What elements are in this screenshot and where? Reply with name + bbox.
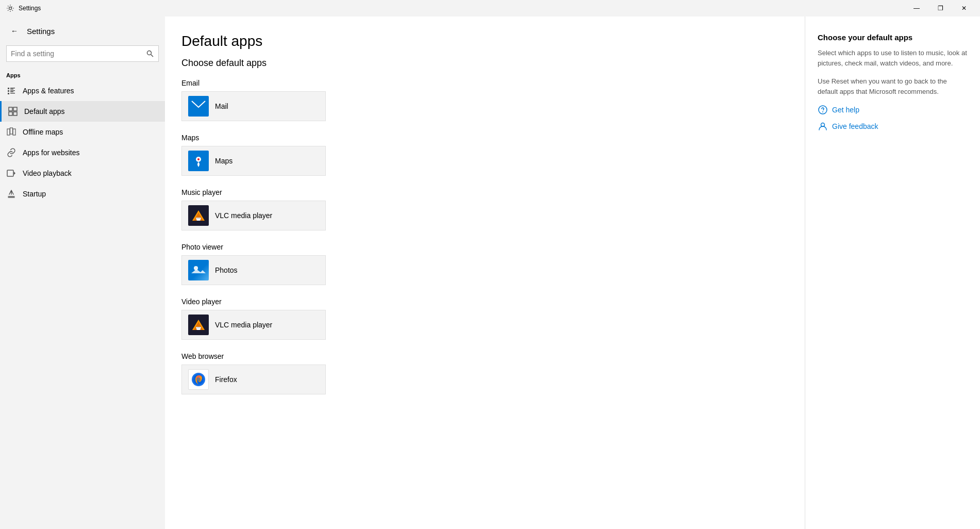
svg-point-39 xyxy=(196,377,201,382)
app-name-photo-viewer: Photos xyxy=(215,266,238,274)
app-item-photo-viewer[interactable]: Photos xyxy=(181,255,326,285)
firefox-app-icon xyxy=(188,369,209,390)
sidebar-title: Settings xyxy=(27,27,55,36)
svg-rect-15 xyxy=(7,129,10,135)
sidebar-item-label-apps-for-websites: Apps for websites xyxy=(23,148,80,157)
category-photo-viewer: Photo viewer Photos xyxy=(181,243,780,285)
svg-marker-19 xyxy=(14,172,15,175)
app-name-email: Mail xyxy=(215,102,228,110)
svg-point-40 xyxy=(819,106,827,114)
search-icon xyxy=(146,50,154,57)
app-item-web-browser[interactable]: Firefox xyxy=(181,365,326,394)
photos-app-icon xyxy=(188,260,209,280)
category-email: Email Mail xyxy=(181,79,780,121)
search-box[interactable] xyxy=(6,45,159,62)
give-feedback-link[interactable]: Give feedback xyxy=(818,121,968,131)
sidebar-item-label-video-playback: Video playback xyxy=(23,169,72,177)
video-icon xyxy=(6,168,16,178)
restore-button[interactable]: ❐ xyxy=(928,0,952,16)
link-icon xyxy=(6,147,16,158)
startup-icon xyxy=(6,189,16,199)
category-label-music-player: Music player xyxy=(181,188,780,196)
section-title: Choose default apps xyxy=(181,58,780,69)
svg-rect-28 xyxy=(196,218,201,219)
title-bar-title: Settings xyxy=(19,5,41,12)
svg-rect-13 xyxy=(9,112,12,115)
sidebar-item-startup[interactable]: Startup xyxy=(0,184,165,204)
svg-rect-18 xyxy=(7,170,13,176)
svg-rect-10 xyxy=(10,93,15,94)
svg-rect-29 xyxy=(191,263,206,277)
title-bar-left: Settings xyxy=(6,4,41,12)
page-title: Default apps xyxy=(181,33,780,49)
back-button[interactable]: ← xyxy=(6,23,23,39)
search-input[interactable] xyxy=(7,49,142,58)
right-panel: Choose your default apps Select which ap… xyxy=(805,16,980,529)
feedback-icon xyxy=(818,121,828,131)
close-button[interactable]: ✕ xyxy=(952,0,976,16)
sidebar-section-label: Apps xyxy=(0,68,165,80)
category-maps: Maps Maps xyxy=(181,134,780,176)
grid-icon xyxy=(8,106,18,117)
mail-app-icon xyxy=(188,96,209,117)
svg-point-30 xyxy=(194,266,198,270)
app-item-maps[interactable]: Maps xyxy=(181,146,326,176)
app-item-video-player[interactable]: VLC media player xyxy=(181,310,326,340)
category-label-email: Email xyxy=(181,79,780,87)
map-icon xyxy=(6,127,16,137)
app-body: ← Settings Apps xyxy=(0,16,980,529)
category-label-photo-viewer: Photo viewer xyxy=(181,243,780,251)
title-bar-controls: — ❐ ✕ xyxy=(905,0,976,16)
svg-point-0 xyxy=(9,7,12,10)
sidebar-item-video-playback[interactable]: Video playback xyxy=(0,163,165,184)
maps-app-icon xyxy=(188,151,209,171)
help-circle-icon xyxy=(818,105,827,114)
svg-rect-11 xyxy=(9,107,12,111)
right-panel-desc1: Select which apps to use to listen to mu… xyxy=(818,48,968,68)
sidebar: ← Settings Apps xyxy=(0,16,165,529)
sidebar-item-apps-for-websites[interactable]: Apps for websites xyxy=(0,142,165,163)
vlc-video-icon xyxy=(188,315,209,335)
sidebar-item-label-apps-features: Apps & features xyxy=(23,87,74,95)
sidebar-item-apps-features[interactable]: Apps & features xyxy=(0,80,165,101)
give-feedback-label: Give feedback xyxy=(832,122,878,130)
svg-rect-36 xyxy=(196,327,201,328)
minimize-button[interactable]: — xyxy=(905,0,928,16)
sidebar-header: ← Settings xyxy=(0,21,165,43)
svg-point-1 xyxy=(147,51,152,55)
app-name-video-player: VLC media player xyxy=(215,321,272,329)
app-name-web-browser: Firefox xyxy=(215,375,237,384)
svg-rect-9 xyxy=(8,93,9,94)
list-icon xyxy=(6,86,16,96)
mail-icon xyxy=(191,101,206,112)
category-music-player: Music player VLC media player xyxy=(181,188,780,230)
svg-rect-17 xyxy=(13,129,15,135)
svg-rect-12 xyxy=(13,107,17,111)
sidebar-item-label-startup: Startup xyxy=(23,190,46,198)
get-help-link[interactable]: Get help xyxy=(818,105,968,115)
app-item-music-player[interactable]: VLC media player xyxy=(181,201,326,230)
firefox-icon xyxy=(190,371,207,388)
sidebar-item-label-offline-maps: Offline maps xyxy=(23,128,63,136)
svg-rect-16 xyxy=(10,128,13,134)
category-web-browser: Web browser Firefox xyxy=(181,352,780,394)
category-video-player: Video player VLC media player xyxy=(181,297,780,340)
right-panel-title: Choose your default apps xyxy=(818,33,968,42)
search-button[interactable] xyxy=(142,45,158,62)
svg-rect-3 xyxy=(8,88,9,89)
svg-rect-14 xyxy=(13,112,17,115)
sidebar-item-label-default-apps: Default apps xyxy=(24,107,65,115)
app-name-maps: Maps xyxy=(215,157,232,165)
vlc-icon-music xyxy=(190,207,207,224)
maps-icon xyxy=(191,153,206,169)
app-name-music-player: VLC media player xyxy=(215,211,272,220)
vlc-music-icon xyxy=(188,205,209,226)
sidebar-item-default-apps[interactable]: Default apps xyxy=(0,101,165,122)
svg-point-23 xyxy=(197,158,200,160)
sidebar-item-offline-maps[interactable]: Offline maps xyxy=(0,122,165,142)
category-label-video-player: Video player xyxy=(181,297,780,306)
right-panel-desc2: Use Reset when you want to go back to th… xyxy=(818,76,968,96)
category-label-web-browser: Web browser xyxy=(181,352,780,360)
svg-rect-5 xyxy=(10,89,13,90)
app-item-email[interactable]: Mail xyxy=(181,91,326,121)
